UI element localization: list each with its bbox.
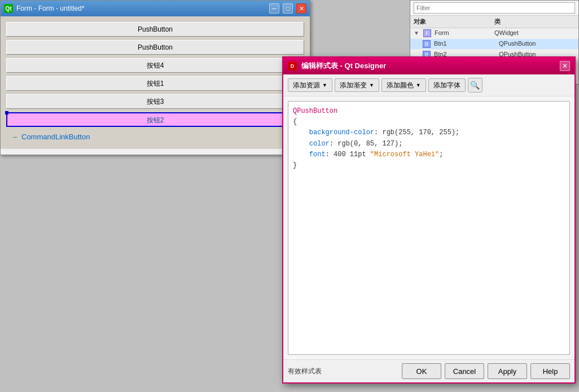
dialog-titlebar: D 编辑样式表 - Qt Designer ✕	[283, 58, 574, 74]
col-class: 类	[494, 17, 575, 26]
inspector-row-form[interactable]: ▼ F Form QWidget	[410, 28, 578, 39]
object-cell-form: ▼ F Form	[414, 29, 494, 37]
prop-color: color	[309, 140, 330, 148]
form-icon: F	[423, 29, 431, 37]
add-gradient-button[interactable]: 添加渐变 ▼	[335, 78, 379, 92]
add-gradient-label: 添加渐变	[340, 81, 367, 90]
val-bg: rgb(255, 170, 255);	[382, 129, 459, 136]
command-link-label: CommandLinkButton	[21, 133, 90, 141]
form-title: Form - Form - untitled*	[16, 5, 266, 12]
code-open-brace: {	[293, 117, 565, 127]
code-line-1: background-color: rgb(255, 170, 255);	[293, 127, 565, 138]
maximize-button[interactable]: □	[283, 3, 293, 14]
add-font-label: 添加字体	[433, 81, 460, 90]
btn1[interactable]: 按钮1	[6, 76, 304, 91]
form-object-name: Form	[435, 29, 449, 36]
code-line-3: font: 400 11pt "Microsoft YaHei";	[293, 149, 565, 160]
inspector-row-btn1[interactable]: B Btn1 QPushButton	[410, 39, 578, 50]
add-color-label: 添加颜色	[387, 81, 414, 90]
link-arrow-icon: →	[11, 133, 18, 141]
push-button-1[interactable]: PushButton	[6, 22, 304, 37]
footer-buttons: OK Cancel Apply Help	[402, 363, 570, 379]
expand-icon: ▼	[414, 30, 419, 36]
add-color-arrow: ▼	[416, 82, 421, 88]
filter-area	[410, 1, 578, 16]
add-gradient-arrow: ▼	[369, 82, 374, 88]
cancel-button[interactable]: Cancel	[445, 363, 484, 379]
help-button[interactable]: Help	[530, 363, 570, 379]
code-line-2: color: rgb(0, 85, 127);	[293, 139, 565, 149]
form-body: PushButton PushButton 按钮4 按钮1 按钮3 按钮2 → …	[1, 16, 310, 149]
style-editor[interactable]: QPushButton { background-color: rgb(255,…	[288, 101, 570, 355]
style-dialog: D 编辑样式表 - Qt Designer ✕ 添加资源 ▼ 添加渐变 ▼ 添加…	[282, 56, 576, 384]
ok-button[interactable]: OK	[402, 363, 441, 379]
form-titlebar: Qt Form - Form - untitled* ─ □ ✕	[1, 1, 310, 16]
val-font: 400 11pt	[334, 151, 370, 158]
class-cell-btn1: QPushButton	[499, 40, 575, 48]
close-brace: }	[293, 161, 297, 169]
push-button-2[interactable]: PushButton	[6, 40, 304, 55]
btn4[interactable]: 按钮4	[6, 58, 304, 73]
search-button[interactable]: 🔍	[468, 78, 483, 93]
prop-bg: background-color	[309, 129, 374, 136]
col-object: 对象	[414, 17, 494, 26]
dialog-close-button[interactable]: ✕	[560, 61, 570, 71]
btn1-icon: B	[423, 40, 431, 48]
object-cell-btn1: B Btn1	[414, 40, 499, 48]
val-color: rgb(0, 85, 127);	[337, 140, 402, 148]
class-cell-form: QWidget	[494, 29, 575, 37]
open-brace: {	[293, 118, 297, 126]
prop-font: font	[309, 151, 326, 158]
val-font-name: "Microsoft YaHei"	[370, 151, 439, 158]
command-link-button[interactable]: → CommandLinkButton	[6, 130, 304, 143]
add-resource-button[interactable]: 添加资源 ▼	[288, 78, 332, 92]
add-resource-label: 添加资源	[293, 81, 320, 90]
code-selector-line: QPushButton	[293, 106, 565, 117]
dialog-icon: D	[288, 61, 297, 71]
qt-icon: Qt	[4, 4, 13, 13]
add-resource-arrow: ▼	[322, 82, 327, 88]
dialog-footer: 有效样式表 OK Cancel Apply Help	[283, 359, 574, 382]
apply-button[interactable]: Apply	[488, 363, 527, 379]
btn3[interactable]: 按钮3	[6, 94, 304, 109]
dialog-title: 编辑样式表 - Qt Designer	[301, 61, 555, 71]
filter-input[interactable]	[414, 2, 575, 14]
btn1-object-name: Btn1	[434, 40, 447, 47]
code-selector: QPushButton	[293, 107, 337, 115]
add-color-button[interactable]: 添加颜色 ▼	[381, 78, 426, 92]
form-window: Qt Form - Form - untitled* ─ □ ✕ PushBut…	[0, 0, 310, 155]
inspector-header: 对象 类	[410, 16, 578, 28]
btn2[interactable]: 按钮2	[6, 112, 304, 127]
code-close-brace: }	[293, 160, 565, 171]
footer-status: 有效样式表	[288, 367, 402, 376]
add-font-button[interactable]: 添加字体	[428, 78, 466, 92]
close-button[interactable]: ✕	[296, 3, 306, 14]
dialog-toolbar: 添加资源 ▼ 添加渐变 ▼ 添加颜色 ▼ 添加字体 🔍	[283, 74, 574, 96]
minimize-button[interactable]: ─	[269, 3, 279, 14]
